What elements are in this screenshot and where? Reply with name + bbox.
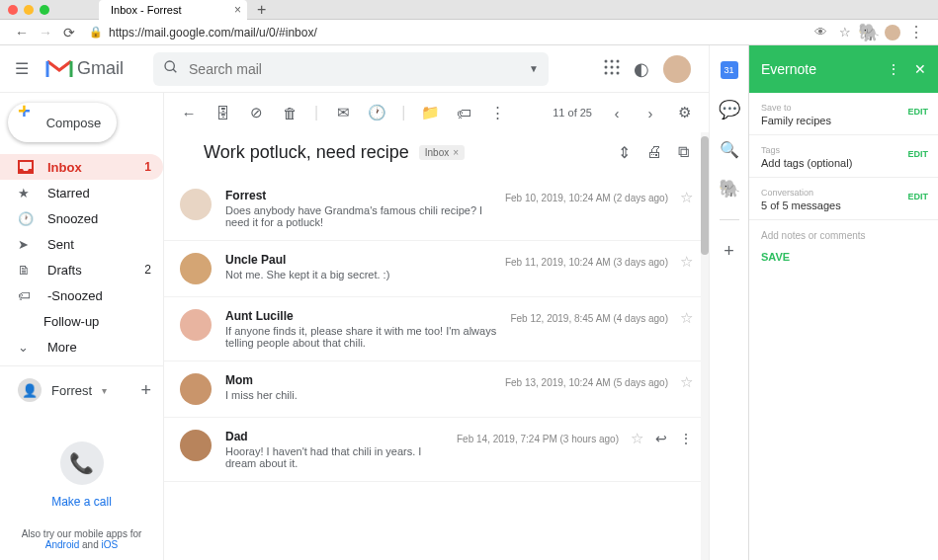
sidebar-item-snoozed[interactable]: 🕐 Snoozed	[0, 205, 163, 231]
compose-button[interactable]: Compose	[8, 103, 117, 142]
star-message-icon[interactable]: ☆	[680, 253, 693, 271]
forward-button[interactable]: →	[34, 25, 57, 40]
tags-edit-button[interactable]: EDIT	[907, 149, 928, 159]
svg-point-2	[605, 59, 608, 62]
lock-icon: 🔒	[89, 26, 103, 39]
apps-grid-icon[interactable]	[604, 59, 620, 79]
labels-icon[interactable]: 🏷	[455, 105, 472, 121]
search-dropdown-icon[interactable]: ▼	[529, 63, 539, 74]
search-box[interactable]: ▼	[153, 52, 549, 86]
message-row[interactable]: MomI miss her chili.Feb 13, 2019, 10:24 …	[164, 361, 709, 418]
evernote-extension-icon[interactable]: 🐘	[861, 25, 877, 40]
sidebar-item-snoozed-label[interactable]: 🏷 -Snoozed	[0, 282, 163, 308]
print-icon[interactable]: 🖨	[646, 143, 662, 162]
star-message-icon[interactable]: ☆	[631, 430, 643, 447]
message-row[interactable]: Uncle PaulNot me. She kept it a big secr…	[164, 241, 709, 297]
address-bar[interactable]: 🔒 https://mail.google.com/mail/u/0/#inbo…	[89, 26, 801, 40]
reply-icon[interactable]: ↩	[655, 431, 667, 446]
settings-gear-icon[interactable]: ⚙	[675, 104, 693, 121]
evernote-saveto-section[interactable]: Save to Family recipes EDIT	[749, 93, 938, 135]
back-arrow-icon[interactable]: ←	[180, 105, 198, 121]
calendar-addon-icon[interactable]: 31	[721, 61, 738, 79]
svg-point-4	[617, 59, 620, 62]
message-row[interactable]: Aunt LucilleIf anyone finds it, please s…	[164, 297, 709, 361]
browser-tab-bar: Inbox - Forrest × +	[0, 0, 938, 20]
label-remove-icon[interactable]: ×	[453, 147, 459, 158]
close-window-button[interactable]	[8, 5, 18, 15]
evernote-menu-icon[interactable]: ⋮	[887, 61, 900, 77]
star-message-icon[interactable]: ☆	[680, 373, 693, 391]
tasks-addon-icon[interactable]: 🔍	[721, 140, 738, 158]
thread-pane: ← 🗄 ⊘ 🗑 | ✉ 🕐 | 📁 🏷 ⋮ 11 of 25 ‹ › ⚙	[163, 93, 709, 560]
add-addon-icon[interactable]: +	[721, 242, 738, 260]
message-row[interactable]: DadHooray! I haven't had that chili in y…	[164, 418, 709, 482]
evernote-tags-section[interactable]: Tags Add tags (optional) EDIT	[749, 135, 938, 178]
minimize-window-button[interactable]	[24, 5, 34, 15]
addon-rail: 31 💬 🔍 🐘 +	[709, 45, 748, 560]
open-new-window-icon[interactable]: ⧉	[678, 143, 689, 162]
saveto-edit-button[interactable]: EDIT	[907, 107, 928, 117]
sidebar-item-sent[interactable]: ➤ Sent	[0, 231, 163, 257]
star-message-icon[interactable]: ☆	[680, 189, 693, 206]
sidebar-user-row[interactable]: 👤 Forrest ▾ +	[0, 372, 163, 408]
reload-button[interactable]: ⟳	[57, 25, 81, 40]
add-contact-icon[interactable]: +	[140, 380, 151, 401]
star-message-icon[interactable]: ☆	[680, 309, 693, 327]
sidebar-item-inbox[interactable]: Inbox 1	[0, 154, 163, 180]
keep-addon-icon[interactable]: 💬	[721, 101, 738, 119]
new-tab-button[interactable]: +	[257, 1, 266, 19]
evernote-save-button[interactable]: SAVE	[749, 251, 938, 263]
archive-icon[interactable]: 🗄	[213, 105, 231, 121]
rail-divider	[720, 219, 739, 220]
more-icon[interactable]: ⋮	[488, 104, 506, 121]
scrollbar-thumb[interactable]	[701, 136, 709, 255]
expand-all-icon[interactable]: ⇕	[618, 143, 631, 162]
plus-icon	[20, 112, 37, 134]
search-input[interactable]	[189, 61, 529, 77]
sidebar-item-drafts[interactable]: 🗎 Drafts 2	[0, 257, 163, 282]
delete-icon[interactable]: 🗑	[281, 105, 298, 121]
evernote-close-icon[interactable]: ✕	[914, 61, 926, 77]
evernote-conversation-section[interactable]: Conversation 5 of 5 messages EDIT	[749, 178, 938, 220]
scrollbar[interactable]	[701, 132, 709, 560]
sidebar-item-count: 1	[144, 160, 151, 174]
thread-subject: Work potluck, need recipe	[204, 142, 409, 163]
label-chip[interactable]: Inbox ×	[419, 145, 465, 160]
sender-avatar	[180, 309, 212, 341]
ios-link[interactable]: iOS	[102, 539, 119, 550]
profile-extension-icon[interactable]	[885, 25, 900, 40]
gmail-logo[interactable]: Gmail	[45, 58, 124, 79]
browser-tab[interactable]: Inbox - Forrest ×	[99, 0, 247, 20]
message-more-icon[interactable]: ⋮	[679, 431, 693, 446]
message-row[interactable]: ForrestDoes anybody have Grandma's famou…	[164, 177, 709, 241]
move-to-icon[interactable]: 📁	[421, 104, 439, 121]
next-thread-icon[interactable]: ›	[641, 105, 659, 121]
send-icon: ➤	[18, 237, 34, 252]
bookmark-star-icon[interactable]: ☆	[839, 25, 851, 40]
sidebar-item-followup[interactable]: Follow-up	[0, 308, 163, 334]
sidebar-item-starred[interactable]: ★ Starred	[0, 180, 163, 205]
prev-thread-icon[interactable]: ‹	[608, 105, 626, 121]
message-snippet: Hooray! I haven't had that chili in year…	[225, 445, 443, 469]
mark-unread-icon[interactable]: ✉	[334, 104, 352, 121]
snooze-icon[interactable]: 🕐	[368, 104, 385, 121]
incognito-icon[interactable]: 👁	[814, 25, 827, 40]
notifications-icon[interactable]: ◐	[634, 58, 649, 80]
account-avatar[interactable]	[663, 55, 691, 83]
conversation-edit-button[interactable]: EDIT	[907, 192, 928, 201]
evernote-notes-input[interactable]: Add notes or comments	[749, 220, 938, 251]
spam-icon[interactable]: ⊘	[247, 104, 265, 121]
browser-menu-icon[interactable]: ⋮	[908, 25, 924, 40]
chevron-down-icon: ⌄	[18, 340, 34, 355]
main-menu-icon[interactable]: ☰	[10, 59, 34, 78]
tab-close-icon[interactable]: ×	[234, 3, 241, 17]
hangouts-call-icon[interactable]: 📞	[60, 441, 104, 485]
sidebar-item-more[interactable]: ⌄ More	[0, 334, 163, 360]
android-link[interactable]: Android	[45, 539, 79, 550]
back-button[interactable]: ←	[10, 25, 34, 40]
make-call-link[interactable]: Make a call	[10, 495, 153, 509]
user-dropdown-icon[interactable]: ▾	[102, 385, 107, 396]
search-icon	[163, 59, 179, 79]
maximize-window-button[interactable]	[40, 5, 49, 15]
evernote-addon-icon[interactable]: 🐘	[721, 180, 738, 198]
